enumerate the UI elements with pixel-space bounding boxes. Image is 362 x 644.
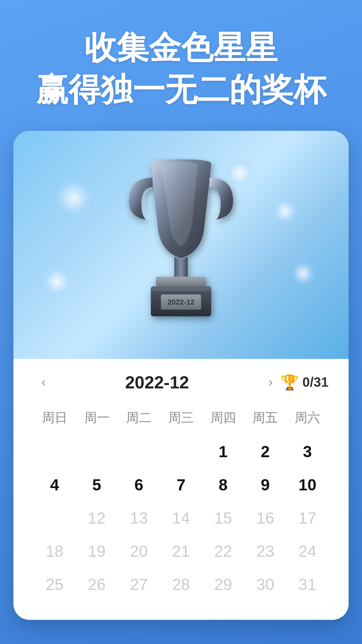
calendar-day[interactable]: 7	[160, 470, 202, 500]
trophy-section: 2022-12	[13, 131, 349, 359]
calendar-section: ‹ 2022-12 › 🏆 0/31 周日 周一 周二 周三 周四 周五 周六 …	[13, 359, 349, 620]
calendar-day[interactable]: 12	[76, 503, 118, 533]
calendar-day[interactable]: 31	[286, 569, 328, 600]
weekday-header: 周日 周一 周二 周三 周四 周五 周六	[34, 406, 328, 430]
calendar-day[interactable]: 18	[34, 536, 76, 567]
trophy-image: 2022-12	[117, 158, 245, 332]
header-section: 收集金色星星 赢得独一无二的奖杯	[0, 0, 362, 131]
calendar-day[interactable]: 28	[160, 569, 202, 600]
calendar-day	[160, 436, 202, 467]
calendar-day[interactable]: 30	[244, 569, 287, 600]
calendar-day[interactable]: 3	[286, 436, 328, 467]
calendar-day[interactable]: 5	[76, 470, 118, 500]
calendar-day[interactable]: 27	[118, 569, 160, 600]
calendar-day[interactable]: 4	[34, 470, 76, 500]
svg-text:2022-12: 2022-12	[168, 298, 195, 306]
month-label: 2022-12	[54, 372, 260, 392]
calendar-day[interactable]: 23	[244, 536, 287, 567]
glow-dot-2	[272, 198, 298, 225]
prev-month-button[interactable]: ‹	[34, 372, 54, 392]
calendar-grid: 1234567891011121314151617181920212223242…	[34, 436, 328, 600]
weekday-sun: 周日	[34, 406, 76, 430]
weekday-tue: 周二	[118, 406, 160, 430]
calendar-day[interactable]: 6	[118, 470, 160, 500]
weekday-sat: 周六	[286, 406, 328, 430]
calendar-day[interactable]: 9	[244, 470, 287, 500]
calendar-day[interactable]: 22	[202, 536, 244, 567]
header-line1: 收集金色星星	[84, 30, 278, 65]
weekday-thu: 周四	[202, 406, 244, 430]
svg-rect-0	[156, 277, 206, 286]
glow-dot-4	[292, 262, 315, 285]
glow-dot-3	[40, 265, 74, 299]
calendar-day[interactable]: 17	[286, 503, 328, 533]
calendar-day[interactable]: 10	[286, 470, 328, 500]
calendar-day	[34, 436, 76, 467]
calendar-day[interactable]: 1	[202, 436, 244, 467]
trophy-count: 🏆 0/31	[281, 374, 328, 391]
calendar-day[interactable]: 11	[34, 503, 76, 533]
header-title: 收集金色星星 赢得独一无二的奖杯	[0, 27, 362, 111]
main-card: 2022-12 ‹ 2022-12 › 🏆 0/31 周日 周一 周二 周三 周…	[13, 131, 349, 620]
glow-dot-1	[54, 178, 94, 218]
calendar-day[interactable]: 13	[118, 503, 160, 533]
next-month-button[interactable]: ›	[260, 372, 281, 392]
svg-rect-2	[151, 286, 211, 291]
calendar-day[interactable]: 20	[118, 536, 160, 567]
calendar-day[interactable]: 26	[76, 569, 118, 600]
trophy-count-icon: 🏆	[281, 374, 299, 391]
calendar-day[interactable]: 2	[244, 436, 287, 467]
weekday-fri: 周五	[244, 406, 287, 430]
calendar-day[interactable]: 29	[202, 569, 244, 600]
calendar-day	[118, 436, 160, 467]
trophy-count-label: 0/31	[302, 375, 328, 390]
calendar-day[interactable]: 19	[76, 536, 118, 567]
calendar-header: ‹ 2022-12 › 🏆 0/31	[34, 372, 328, 392]
calendar-day[interactable]: 16	[244, 503, 287, 533]
calendar-day[interactable]: 25	[34, 569, 76, 600]
weekday-mon: 周一	[76, 406, 118, 430]
calendar-day[interactable]: 8	[202, 470, 244, 500]
calendar-day[interactable]: 14	[160, 503, 202, 533]
calendar-day[interactable]: 15	[202, 503, 244, 533]
header-line2: 赢得独一无二的奖杯	[36, 71, 326, 107]
calendar-day[interactable]: 24	[286, 536, 328, 567]
weekday-wed: 周三	[160, 406, 202, 430]
calendar-day[interactable]: 21	[160, 536, 202, 567]
calendar-day	[76, 436, 118, 467]
